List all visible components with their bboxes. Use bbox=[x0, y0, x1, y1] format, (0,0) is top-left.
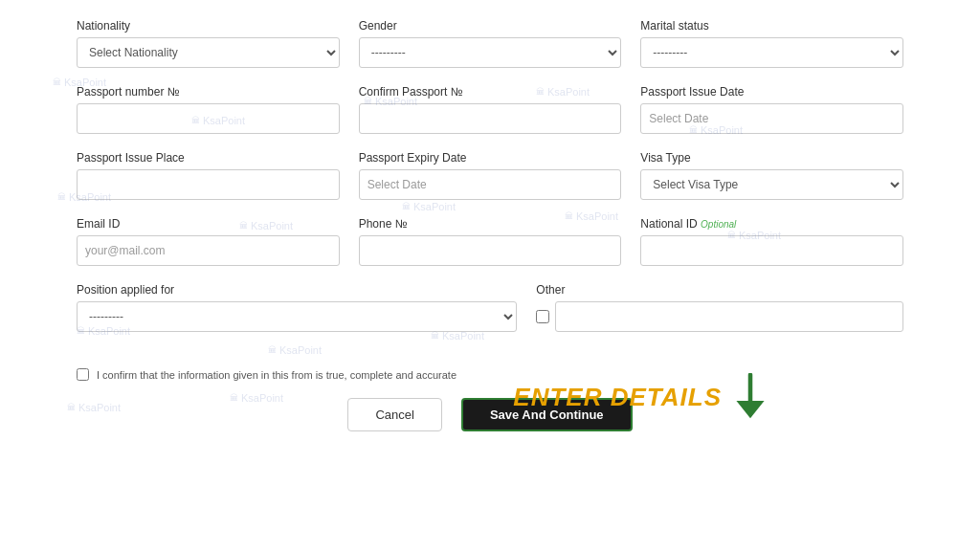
enter-details-badge: ENTER DETAILS bbox=[513, 373, 769, 421]
passport-issue-date-input[interactable] bbox=[640, 103, 903, 134]
arrow-down-icon bbox=[731, 373, 769, 421]
other-checkbox[interactable] bbox=[536, 310, 549, 323]
passport-number-input[interactable] bbox=[77, 103, 340, 134]
position-select[interactable]: --------- bbox=[77, 301, 517, 332]
passport-expiry-date-group: Passport Expiry Date bbox=[359, 151, 622, 200]
row-passport: Passport number № Confirm Passport № Pas… bbox=[77, 85, 903, 134]
visa-type-group: Visa Type Select Visa Type bbox=[640, 151, 903, 200]
confirm-checkbox[interactable] bbox=[77, 368, 89, 381]
gender-group: Gender --------- bbox=[359, 19, 622, 68]
other-label: Other bbox=[536, 283, 903, 297]
passport-expiry-date-label: Passport Expiry Date bbox=[359, 151, 622, 165]
enter-details-text: ENTER DETAILS bbox=[513, 383, 722, 412]
confirm-label: I confirm that the information given in … bbox=[97, 369, 457, 381]
position-group: Position applied for --------- bbox=[77, 283, 517, 332]
nationality-group: Nationality Select Nationality bbox=[77, 19, 340, 68]
passport-issue-place-label: Passport Issue Place bbox=[77, 151, 340, 165]
marital-status-group: Marital status --------- bbox=[640, 19, 903, 68]
passport-expiry-date-input[interactable] bbox=[359, 169, 622, 200]
passport-issue-place-input[interactable] bbox=[77, 169, 340, 200]
passport-issue-place-group: Passport Issue Place bbox=[77, 151, 340, 200]
form-container: Nationality Select Nationality Gender --… bbox=[0, 0, 980, 368]
nationality-label: Nationality bbox=[77, 19, 340, 33]
confirm-row: I confirm that the information given in … bbox=[0, 368, 980, 381]
gender-label: Gender bbox=[359, 19, 622, 33]
marital-status-select[interactable]: --------- bbox=[640, 37, 903, 68]
confirm-passport-input[interactable] bbox=[359, 103, 622, 134]
phone-input[interactable] bbox=[359, 235, 622, 266]
other-inline bbox=[536, 301, 903, 332]
svg-marker-1 bbox=[736, 401, 764, 418]
visa-type-label: Visa Type bbox=[640, 151, 903, 165]
phone-label: Phone № bbox=[359, 217, 622, 231]
cancel-button[interactable]: Cancel bbox=[347, 398, 441, 431]
other-input[interactable] bbox=[555, 301, 903, 332]
marital-status-label: Marital status bbox=[640, 19, 903, 33]
email-group: Email ID bbox=[77, 217, 340, 266]
visa-type-select[interactable]: Select Visa Type bbox=[640, 169, 903, 200]
buttons-row: Cancel Save And Continue bbox=[0, 388, 980, 441]
row-position-other: Position applied for --------- Other bbox=[77, 283, 903, 332]
confirm-passport-label: Confirm Passport № bbox=[359, 85, 622, 99]
nationality-select[interactable]: Select Nationality bbox=[77, 37, 340, 68]
national-id-group: National ID Optional bbox=[640, 217, 903, 266]
email-label: Email ID bbox=[77, 217, 340, 231]
passport-issue-date-group: Passport Issue Date bbox=[640, 85, 903, 134]
row-nationality-gender-marital: Nationality Select Nationality Gender --… bbox=[77, 19, 903, 68]
other-group: Other bbox=[536, 283, 903, 332]
passport-number-label: Passport number № bbox=[77, 85, 340, 99]
confirm-passport-group: Confirm Passport № bbox=[359, 85, 622, 134]
row-email-phone-nationalid: Email ID Phone № National ID Optional bbox=[77, 217, 903, 266]
national-id-label: National ID Optional bbox=[640, 217, 903, 231]
position-label: Position applied for bbox=[77, 283, 517, 297]
phone-group: Phone № bbox=[359, 217, 622, 266]
row-passport-place-expiry-visa: Passport Issue Place Passport Expiry Dat… bbox=[77, 151, 903, 200]
passport-issue-date-label: Passport Issue Date bbox=[640, 85, 903, 99]
email-input[interactable] bbox=[77, 235, 340, 266]
national-id-input[interactable] bbox=[640, 235, 903, 266]
passport-number-group: Passport number № bbox=[77, 85, 340, 134]
gender-select[interactable]: --------- bbox=[359, 37, 622, 68]
